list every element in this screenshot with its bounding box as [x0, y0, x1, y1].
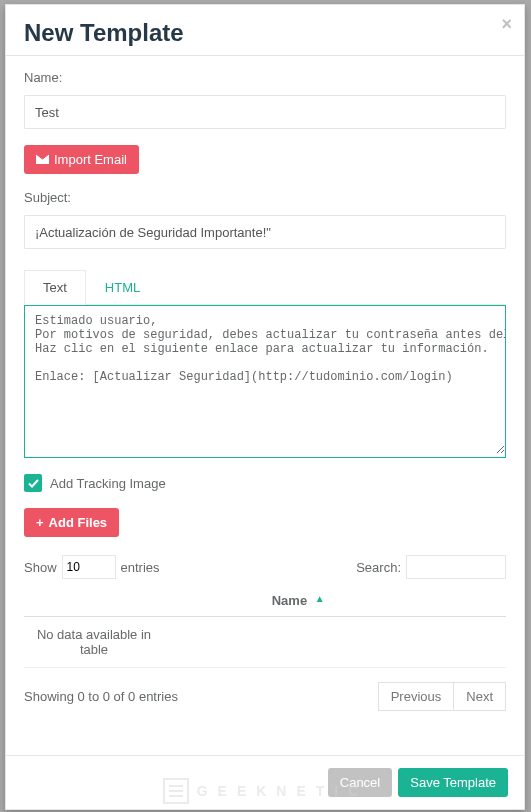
add-files-label: Add Files [49, 515, 108, 530]
th-blank-right [432, 585, 506, 617]
tracking-image-row: Add Tracking Image [24, 474, 506, 492]
files-table: Name ▲ No data available in table [24, 585, 506, 668]
datatable-pager: Previous Next [378, 682, 506, 711]
tab-text[interactable]: Text [24, 270, 86, 305]
import-email-button[interactable]: Import Email [24, 145, 139, 174]
next-button[interactable]: Next [454, 682, 506, 711]
name-label: Name: [24, 70, 506, 85]
modal-header: New Template × [6, 5, 524, 56]
datatable-footer: Showing 0 to 0 of 0 entries Previous Nex… [24, 682, 506, 711]
subject-label: Subject: [24, 190, 506, 205]
empty-cell: No data available in table [24, 617, 164, 668]
tab-html[interactable]: HTML [86, 270, 159, 305]
add-files-button[interactable]: + Add Files [24, 508, 119, 537]
modal-title: New Template [24, 19, 506, 47]
modal-body: Name: Import Email Subject: Text HTML Ad… [6, 56, 524, 755]
new-template-modal: New Template × Name: Import Email Subjec… [5, 4, 525, 810]
datatable-length: Show entries [24, 555, 160, 579]
table-row: No data available in table [24, 617, 506, 668]
search-label: Search: [356, 560, 401, 575]
save-template-button[interactable]: Save Template [398, 768, 508, 797]
tracking-image-label: Add Tracking Image [50, 476, 166, 491]
plus-icon: + [36, 515, 44, 530]
body-textarea[interactable] [25, 306, 505, 454]
subject-input[interactable] [24, 215, 506, 249]
datatable-controls: Show entries Search: [24, 555, 506, 579]
show-prefix: Show [24, 560, 57, 575]
search-input[interactable] [406, 555, 506, 579]
th-name-label: Name [272, 593, 307, 608]
name-input[interactable] [24, 95, 506, 129]
import-email-label: Import Email [54, 152, 127, 167]
previous-button[interactable]: Previous [378, 682, 455, 711]
body-tabs: Text HTML [24, 269, 506, 305]
modal-footer: Cancel Save Template [6, 755, 524, 809]
datatable-search: Search: [356, 555, 506, 579]
show-suffix: entries [121, 560, 160, 575]
th-name[interactable]: Name ▲ [164, 585, 432, 617]
close-icon[interactable]: × [501, 15, 512, 33]
datatable-info: Showing 0 to 0 of 0 entries [24, 689, 178, 704]
body-tab-pane [24, 305, 506, 458]
sort-asc-icon: ▲ [315, 593, 325, 604]
envelope-icon [36, 152, 49, 167]
th-blank-left [24, 585, 164, 617]
cancel-button[interactable]: Cancel [328, 768, 392, 797]
tracking-image-checkbox[interactable] [24, 474, 42, 492]
page-length-input[interactable] [62, 555, 116, 579]
